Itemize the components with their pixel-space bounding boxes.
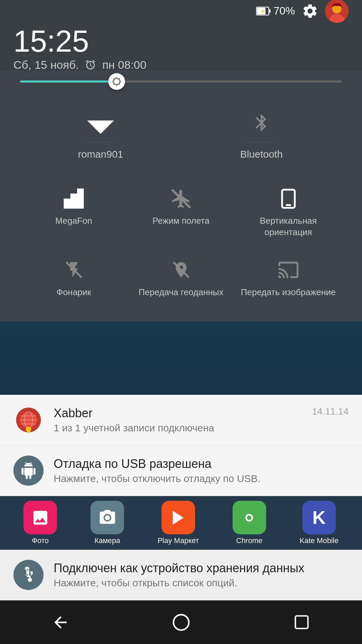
quick-settings-panel: roman901 Bluetooth [0,70,362,321]
xabber-title: Xabber [54,406,302,420]
app-foto[interactable]: Фото [23,501,57,545]
bluetooth-icon [251,109,272,136]
xabber-content: Xabber 1 из 1 учетной записи подключена [54,406,302,434]
bluetooth-toggle[interactable]: Bluetooth [181,99,342,170]
app-chrome-label: Chrome [236,536,262,545]
location-label: Передача геоданных [138,287,223,298]
home-icon [172,613,190,632]
svg-rect-30 [295,616,308,629]
svg-point-29 [173,614,189,630]
mobile-toggle[interactable]: MegaFon [20,177,127,248]
location-icon-container [169,258,193,282]
wifi-label: roman901 [78,149,123,160]
location-toggle[interactable]: Передача геоданных [127,248,235,308]
cast-icon-container [277,258,300,282]
usb-storage-content: Подключен как устройство хранения данных… [54,561,349,589]
airplane-toggle[interactable]: Режим полета [127,177,235,248]
airplane-label: Режим полета [153,215,209,227]
date-row: Сб, 15 нояб. пн 08:00 [13,58,349,71]
usb-debug-title: Отладка по USB разрешена [54,457,349,471]
app-kate-label: Kate Mobile [300,536,339,545]
brightness-fill [20,80,117,83]
svg-rect-13 [286,204,291,206]
notifications-area: Xabber 1 из 1 учетной записи подключена … [0,395,362,600]
svg-point-28 [247,515,252,520]
battery-icon: ⚡ [256,7,271,15]
rotation-label: Вертикальная ориентация [238,215,339,238]
app-camera-label: Камера [95,536,120,545]
small-toggle-grid-1: MegaFon Режим полета [20,177,342,248]
wifi-icon-container [87,109,114,136]
navigation-bar [0,600,362,644]
location-icon [172,259,190,281]
app-camera[interactable]: Камера [90,501,124,545]
svg-marker-9 [70,194,77,209]
svg-point-25 [26,427,31,432]
settings-icon[interactable] [302,3,318,19]
recents-icon [293,614,310,631]
alarm-time: пн 08:00 [102,58,146,71]
flashlight-toggle[interactable]: Фонарик [20,248,127,308]
usb-storage-icon [13,560,44,590]
usb-debug-text: Нажмите, чтобы отключить отладку по USB. [54,473,349,484]
recents-button[interactable] [285,605,318,639]
app-play[interactable]: Play Маркет [158,501,199,545]
app-strip-row: Фото Камера Play Маркет Chrome K Kate Mo… [0,496,362,550]
flashlight-icon [65,259,83,281]
cast-label: Передать изображение [241,287,336,298]
signal-icon [64,189,84,209]
svg-text:⚡: ⚡ [260,9,265,14]
bluetooth-divider [244,142,278,143]
bluetooth-icon-container [248,109,275,136]
cast-icon [278,259,299,281]
time: 15:25 [13,26,349,56]
battery-info: ⚡ 70% [256,5,295,17]
rotation-icon [278,188,299,210]
usb-storage-text: Нажмите, чтобы открыть список опций. [54,577,349,589]
flashlight-icon-container [62,258,85,282]
mobile-label: MegaFon [55,215,92,227]
svg-marker-7 [87,120,114,134]
avatar[interactable] [325,0,349,23]
notification-panel: ⚡ 70% 15:25 Сб, 15 нояб. [0,0,362,321]
xabber-icon [13,405,44,435]
usb-debug-icon [13,455,44,486]
large-toggle-grid: roman901 Bluetooth [20,99,342,170]
xabber-logo [15,407,42,433]
airplane-icon [170,188,192,210]
android-icon [20,462,37,479]
mobile-icon-container [62,187,85,210]
wifi-divider [82,142,119,143]
bluetooth-label: Bluetooth [240,149,283,160]
xabber-text: 1 из 1 учетной записи подключена [54,422,302,434]
wifi-icon [87,111,114,135]
svg-marker-8 [64,199,70,209]
notification-xabber[interactable]: Xabber 1 из 1 учетной записи подключена … [0,395,362,445]
flashlight-label: Фонарик [56,287,91,298]
brightness-control[interactable] [20,80,342,83]
small-toggle-grid-2: Фонарик Передача геоданных [20,248,342,308]
svg-rect-26 [27,431,30,433]
avatar-image [325,0,349,23]
brightness-thumb[interactable] [108,73,125,90]
status-bar: ⚡ 70% 15:25 Сб, 15 нояб. [0,0,362,70]
brightness-icon [112,76,122,87]
svg-marker-10 [77,189,84,209]
usb-icon [20,567,37,583]
wifi-toggle[interactable]: roman901 [20,99,181,170]
notification-usb-debug[interactable]: Отладка по USB разрешена Нажмите, чтобы … [0,445,362,496]
app-chrome[interactable]: Chrome [233,501,266,545]
usb-storage-title: Подключен как устройство хранения данных [54,561,349,575]
app-play-label: Play Маркет [158,536,199,545]
svg-rect-1 [269,9,270,13]
brightness-track[interactable] [20,80,342,83]
home-button[interactable] [164,605,198,639]
notification-usb-storage[interactable]: Подключен как устройство хранения данных… [0,550,362,600]
app-kate[interactable]: K Kate Mobile [300,501,339,545]
back-button[interactable] [44,605,77,639]
date: Сб, 15 нояб. [13,58,79,71]
rotation-toggle[interactable]: Вертикальная ориентация [235,177,342,248]
rotation-icon-container [277,187,300,210]
cast-toggle[interactable]: Передать изображение [235,248,342,308]
app-foto-label: Фото [32,536,49,545]
